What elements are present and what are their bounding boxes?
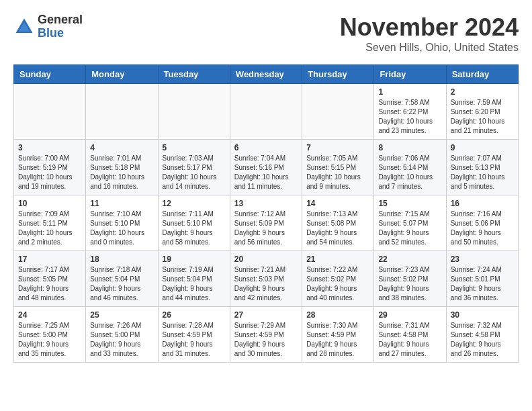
day-info: Sunrise: 7:58 AM Sunset: 6:22 PM Dayligh… — [378, 98, 441, 136]
day-of-week-header: Tuesday — [158, 65, 230, 84]
day-info: Sunrise: 7:26 AM Sunset: 5:00 PM Dayligh… — [90, 321, 153, 359]
page-header: General Blue November 2024 Seven Hills, … — [13, 13, 519, 54]
day-info: Sunrise: 7:25 AM Sunset: 5:00 PM Dayligh… — [18, 321, 81, 359]
logo-general: General — [38, 13, 83, 27]
calendar-cell: 12Sunrise: 7:11 AM Sunset: 5:10 PM Dayli… — [158, 195, 230, 251]
calendar-week-row: 10Sunrise: 7:09 AM Sunset: 5:11 PM Dayli… — [14, 195, 519, 251]
day-number: 3 — [18, 143, 81, 152]
day-number: 23 — [451, 255, 514, 264]
day-number: 12 — [163, 199, 226, 208]
calendar-cell: 17Sunrise: 7:17 AM Sunset: 5:05 PM Dayli… — [14, 251, 86, 307]
calendar-cell: 11Sunrise: 7:10 AM Sunset: 5:10 PM Dayli… — [86, 195, 158, 251]
calendar-cell: 26Sunrise: 7:28 AM Sunset: 4:59 PM Dayli… — [158, 307, 230, 363]
day-number: 9 — [451, 143, 514, 152]
calendar-cell: 16Sunrise: 7:16 AM Sunset: 5:06 PM Dayli… — [446, 195, 518, 251]
day-of-week-header: Thursday — [302, 65, 374, 84]
day-number: 7 — [306, 143, 369, 152]
day-number: 6 — [234, 143, 298, 152]
day-of-week-header: Sunday — [14, 65, 86, 84]
calendar-cell — [230, 84, 302, 140]
logo-blue: Blue — [38, 27, 83, 40]
location-subtitle: Seven Hills, Ohio, United States — [340, 42, 519, 54]
calendar-table: SundayMondayTuesdayWednesdayThursdayFrid… — [13, 64, 519, 363]
calendar-week-row: 24Sunrise: 7:25 AM Sunset: 5:00 PM Dayli… — [14, 307, 519, 363]
day-info: Sunrise: 7:23 AM Sunset: 5:02 PM Dayligh… — [378, 265, 441, 303]
day-number: 18 — [90, 255, 153, 264]
day-info: Sunrise: 7:22 AM Sunset: 5:02 PM Dayligh… — [306, 265, 369, 303]
calendar-week-row: 17Sunrise: 7:17 AM Sunset: 5:05 PM Dayli… — [14, 251, 519, 307]
day-number: 22 — [378, 255, 441, 264]
day-number: 8 — [378, 143, 441, 152]
day-number: 13 — [234, 199, 298, 208]
calendar-cell: 3Sunrise: 7:00 AM Sunset: 5:19 PM Daylig… — [14, 140, 86, 195]
logo: General Blue — [13, 13, 83, 40]
day-number: 20 — [234, 255, 298, 264]
logo-text: General Blue — [38, 13, 83, 40]
day-info: Sunrise: 7:13 AM Sunset: 5:08 PM Dayligh… — [306, 210, 369, 247]
day-number: 19 — [163, 255, 226, 264]
day-info: Sunrise: 7:18 AM Sunset: 5:04 PM Dayligh… — [90, 265, 153, 303]
calendar-cell: 22Sunrise: 7:23 AM Sunset: 5:02 PM Dayli… — [374, 251, 446, 307]
calendar-cell — [302, 84, 374, 140]
calendar-cell: 10Sunrise: 7:09 AM Sunset: 5:11 PM Dayli… — [14, 195, 86, 251]
day-info: Sunrise: 7:17 AM Sunset: 5:05 PM Dayligh… — [18, 265, 81, 303]
calendar-cell: 19Sunrise: 7:19 AM Sunset: 5:04 PM Dayli… — [158, 251, 230, 307]
day-info: Sunrise: 7:04 AM Sunset: 5:16 PM Dayligh… — [234, 154, 298, 191]
day-number: 11 — [90, 199, 153, 208]
day-of-week-header: Monday — [86, 65, 158, 84]
day-number: 24 — [18, 310, 81, 320]
day-number: 2 — [451, 87, 514, 97]
day-number: 25 — [90, 310, 153, 320]
day-info: Sunrise: 7:01 AM Sunset: 5:18 PM Dayligh… — [90, 154, 153, 191]
calendar-cell: 7Sunrise: 7:05 AM Sunset: 5:15 PM Daylig… — [302, 140, 374, 195]
day-info: Sunrise: 7:19 AM Sunset: 5:04 PM Dayligh… — [163, 265, 226, 303]
calendar-cell: 15Sunrise: 7:15 AM Sunset: 5:07 PM Dayli… — [374, 195, 446, 251]
day-info: Sunrise: 7:00 AM Sunset: 5:19 PM Dayligh… — [18, 154, 81, 191]
calendar-cell: 23Sunrise: 7:24 AM Sunset: 5:01 PM Dayli… — [446, 251, 518, 307]
calendar-cell: 30Sunrise: 7:32 AM Sunset: 4:58 PM Dayli… — [446, 307, 518, 363]
day-info: Sunrise: 7:32 AM Sunset: 4:58 PM Dayligh… — [451, 321, 514, 359]
day-info: Sunrise: 7:15 AM Sunset: 5:07 PM Dayligh… — [378, 210, 441, 247]
day-number: 16 — [451, 199, 514, 208]
day-number: 15 — [378, 199, 441, 208]
calendar-cell: 8Sunrise: 7:06 AM Sunset: 5:14 PM Daylig… — [374, 140, 446, 195]
calendar-cell: 2Sunrise: 7:59 AM Sunset: 6:20 PM Daylig… — [446, 84, 518, 140]
day-of-week-header: Saturday — [446, 65, 518, 84]
calendar-cell: 1Sunrise: 7:58 AM Sunset: 6:22 PM Daylig… — [374, 84, 446, 140]
day-of-week-header: Wednesday — [230, 65, 302, 84]
calendar-cell: 9Sunrise: 7:07 AM Sunset: 5:13 PM Daylig… — [446, 140, 518, 195]
day-number: 21 — [306, 255, 369, 264]
day-info: Sunrise: 7:30 AM Sunset: 4:59 PM Dayligh… — [306, 321, 369, 359]
day-number: 4 — [90, 143, 153, 152]
day-number: 17 — [18, 255, 81, 264]
day-number: 29 — [378, 310, 441, 320]
day-info: Sunrise: 7:11 AM Sunset: 5:10 PM Dayligh… — [163, 210, 226, 247]
calendar-cell: 6Sunrise: 7:04 AM Sunset: 5:16 PM Daylig… — [230, 140, 302, 195]
day-info: Sunrise: 7:09 AM Sunset: 5:11 PM Dayligh… — [18, 210, 81, 247]
day-info: Sunrise: 7:16 AM Sunset: 5:06 PM Dayligh… — [451, 210, 514, 247]
calendar-cell: 29Sunrise: 7:31 AM Sunset: 4:58 PM Dayli… — [374, 307, 446, 363]
calendar-cell: 5Sunrise: 7:03 AM Sunset: 5:17 PM Daylig… — [158, 140, 230, 195]
day-info: Sunrise: 7:59 AM Sunset: 6:20 PM Dayligh… — [451, 98, 514, 136]
day-info: Sunrise: 7:31 AM Sunset: 4:58 PM Dayligh… — [378, 321, 441, 359]
calendar-week-row: 3Sunrise: 7:00 AM Sunset: 5:19 PM Daylig… — [14, 140, 519, 195]
day-info: Sunrise: 7:06 AM Sunset: 5:14 PM Dayligh… — [378, 154, 441, 191]
calendar-cell: 18Sunrise: 7:18 AM Sunset: 5:04 PM Dayli… — [86, 251, 158, 307]
calendar-cell: 4Sunrise: 7:01 AM Sunset: 5:18 PM Daylig… — [86, 140, 158, 195]
day-number: 1 — [378, 87, 441, 97]
calendar-cell — [86, 84, 158, 140]
calendar-week-row: 1Sunrise: 7:58 AM Sunset: 6:22 PM Daylig… — [14, 84, 519, 140]
calendar-cell: 20Sunrise: 7:21 AM Sunset: 5:03 PM Dayli… — [230, 251, 302, 307]
day-of-week-header: Friday — [374, 65, 446, 84]
day-number: 26 — [163, 310, 226, 320]
day-info: Sunrise: 7:24 AM Sunset: 5:01 PM Dayligh… — [451, 265, 514, 303]
day-number: 14 — [306, 199, 369, 208]
day-info: Sunrise: 7:28 AM Sunset: 4:59 PM Dayligh… — [163, 321, 226, 359]
calendar-cell: 27Sunrise: 7:29 AM Sunset: 4:59 PM Dayli… — [230, 307, 302, 363]
calendar-cell: 25Sunrise: 7:26 AM Sunset: 5:00 PM Dayli… — [86, 307, 158, 363]
logo-icon — [13, 16, 35, 38]
day-info: Sunrise: 7:12 AM Sunset: 5:09 PM Dayligh… — [234, 210, 298, 247]
calendar-cell: 21Sunrise: 7:22 AM Sunset: 5:02 PM Dayli… — [302, 251, 374, 307]
day-info: Sunrise: 7:29 AM Sunset: 4:59 PM Dayligh… — [234, 321, 298, 359]
day-number: 28 — [306, 310, 369, 320]
